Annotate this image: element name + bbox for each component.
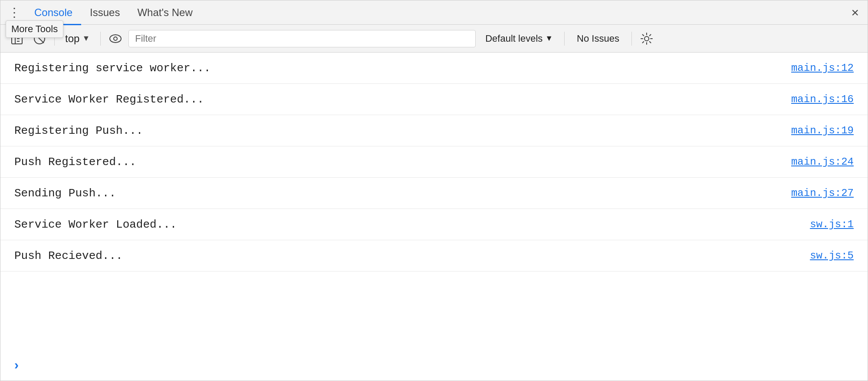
gear-icon xyxy=(640,32,653,45)
log-levels-button[interactable]: Default levels ▼ xyxy=(479,31,559,46)
log-message: Service Worker Loaded... xyxy=(14,218,799,231)
console-toolbar: top ▼ Default levels ▼ No Issues xyxy=(0,25,868,53)
context-label: top xyxy=(65,33,79,45)
svg-point-9 xyxy=(644,36,649,41)
tab-whats-new[interactable]: What's New xyxy=(128,1,201,25)
log-source-link[interactable]: main.js:12 xyxy=(791,62,854,74)
prompt-arrow: › xyxy=(14,358,19,372)
log-source-link[interactable]: sw.js:5 xyxy=(810,250,854,262)
log-entry: Service Worker Loaded...sw.js:1 xyxy=(0,209,868,240)
log-source-link[interactable]: main.js:24 xyxy=(791,156,854,168)
log-message: Sending Push... xyxy=(14,187,781,200)
console-settings-button[interactable] xyxy=(637,29,656,48)
log-message: Registering service worker... xyxy=(14,62,781,75)
log-message: Registering Push... xyxy=(14,124,781,137)
more-tools-dots-button[interactable]: ⋮ xyxy=(6,5,22,20)
toolbar-divider-4 xyxy=(631,32,632,46)
more-tools-tooltip[interactable]: More Tools xyxy=(6,20,63,38)
console-log-area: Registering service worker...main.js:12S… xyxy=(0,53,868,349)
tab-console-label: Console xyxy=(34,7,72,19)
log-message: Service Worker Registered... xyxy=(14,93,781,106)
tab-issues[interactable]: Issues xyxy=(81,1,128,25)
svg-point-7 xyxy=(110,35,121,43)
tab-whats-new-label: What's New xyxy=(137,7,192,19)
close-button[interactable]: × xyxy=(848,4,862,21)
more-tools-wrapper: ⋮ More Tools xyxy=(6,5,22,20)
filter-input[interactable] xyxy=(128,30,476,47)
svg-point-8 xyxy=(114,37,117,40)
log-entry: Sending Push...main.js:27 xyxy=(0,178,868,209)
log-levels-arrow: ▼ xyxy=(545,34,553,43)
log-entry: Push Registered...main.js:24 xyxy=(0,146,868,178)
context-arrow: ▼ xyxy=(82,34,90,43)
live-expressions-button[interactable] xyxy=(106,29,125,48)
log-entry: Registering Push...main.js:19 xyxy=(0,115,868,146)
console-prompt[interactable]: › xyxy=(0,349,868,381)
no-issues-label: No Issues xyxy=(570,33,626,44)
log-message: Push Recieved... xyxy=(14,249,799,262)
toolbar-divider-3 xyxy=(564,32,565,46)
context-selector[interactable]: top ▼ xyxy=(60,31,95,46)
toolbar-divider-2 xyxy=(100,32,101,46)
tab-bar: ⋮ More Tools Console Issues What's New × xyxy=(0,0,868,25)
log-entry: Push Recieved...sw.js:5 xyxy=(0,240,868,272)
default-levels-label: Default levels xyxy=(485,33,542,44)
log-source-link[interactable]: sw.js:1 xyxy=(810,219,854,230)
log-source-link[interactable]: main.js:16 xyxy=(791,93,854,105)
log-entry: Service Worker Registered...main.js:16 xyxy=(0,84,868,115)
log-message: Push Registered... xyxy=(14,156,781,169)
log-source-link[interactable]: main.js:19 xyxy=(791,125,854,136)
log-entry: Registering service worker...main.js:12 xyxy=(0,53,868,84)
eye-icon xyxy=(109,34,122,43)
log-source-link[interactable]: main.js:27 xyxy=(791,187,854,199)
tab-issues-label: Issues xyxy=(90,7,120,19)
devtools-panel: ⋮ More Tools Console Issues What's New × xyxy=(0,0,868,381)
